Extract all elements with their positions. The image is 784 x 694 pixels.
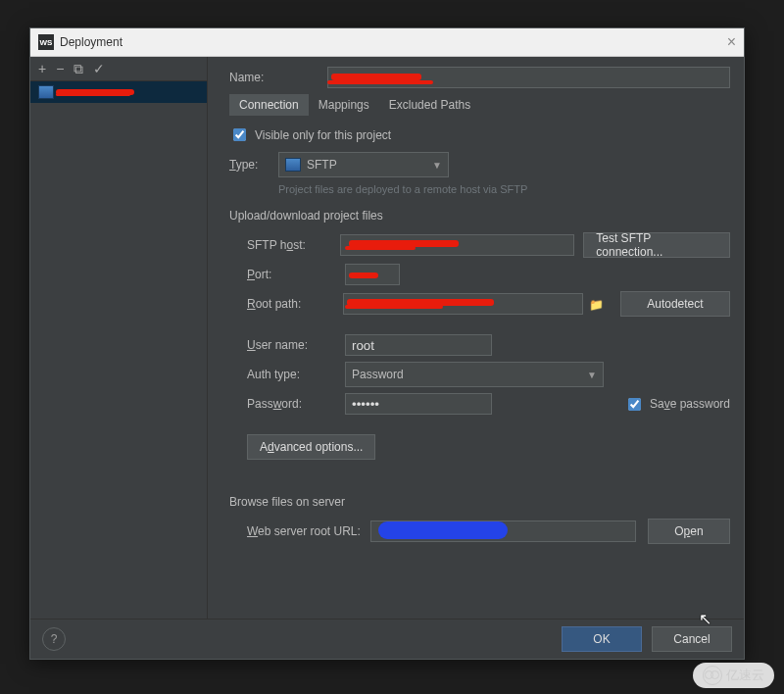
name-label: Name: bbox=[229, 71, 327, 84]
username-input[interactable] bbox=[345, 334, 492, 356]
titlebar: WS Deployment × bbox=[30, 28, 744, 57]
visible-only-label: Visible only for this project bbox=[255, 128, 391, 142]
type-hint: Project files are deployed to a remote h… bbox=[278, 183, 730, 195]
open-button[interactable]: Open bbox=[648, 519, 730, 544]
auth-type-label: Auth type: bbox=[247, 368, 345, 381]
help-button[interactable]: ? bbox=[42, 627, 66, 651]
sftp-icon bbox=[285, 158, 301, 172]
app-icon: WS bbox=[38, 34, 54, 50]
add-icon[interactable]: + bbox=[38, 61, 46, 76]
sftp-host-input[interactable] bbox=[340, 234, 574, 256]
copy-icon[interactable]: ⧉ bbox=[74, 61, 83, 77]
group-browse: Browse files on server bbox=[229, 495, 730, 509]
save-password-checkbox[interactable]: Save password bbox=[624, 395, 730, 414]
remove-icon[interactable]: − bbox=[56, 61, 64, 76]
tab-excluded[interactable]: Excluded Paths bbox=[379, 94, 480, 116]
type-select[interactable]: SFTP ▼ bbox=[278, 152, 449, 177]
sidebar-toolbar: + − ⧉ ✓ bbox=[30, 57, 207, 81]
folder-icon[interactable]: 📁 bbox=[589, 298, 603, 310]
visible-only-checkbox[interactable]: Visible only for this project bbox=[229, 125, 730, 144]
watermark-icon bbox=[703, 666, 722, 685]
auth-type-select[interactable]: Password ▼ bbox=[345, 362, 604, 387]
server-icon bbox=[38, 85, 54, 99]
dialog-footer: ? OK Cancel bbox=[30, 619, 744, 659]
web-url-label: Web server root URL: bbox=[247, 524, 370, 538]
username-label: User name: bbox=[247, 338, 345, 352]
watermark: 亿速云 bbox=[693, 663, 774, 688]
auth-type-value: Password bbox=[352, 368, 404, 381]
sftp-host-label: SFTP host: bbox=[247, 238, 340, 252]
port-input[interactable] bbox=[345, 264, 400, 285]
root-path-input[interactable] bbox=[343, 293, 583, 315]
visible-only-input[interactable] bbox=[233, 128, 246, 141]
autodetect-button[interactable]: Autodetect bbox=[620, 291, 730, 317]
type-label: Type: bbox=[229, 158, 278, 172]
dialog-title: Deployment bbox=[60, 35, 122, 49]
web-url-input[interactable] bbox=[370, 520, 636, 542]
save-password-label: Save password bbox=[650, 397, 730, 411]
root-path-label: Root path: bbox=[247, 297, 343, 311]
name-input[interactable] bbox=[327, 67, 730, 88]
type-value: SFTP bbox=[307, 158, 337, 172]
group-upload: Upload/download project files bbox=[229, 209, 730, 223]
tab-connection[interactable]: Connection bbox=[229, 94, 309, 116]
ok-button[interactable]: OK bbox=[562, 626, 642, 652]
port-label: Port: bbox=[247, 268, 345, 281]
main-panel: Name: Connection Mappings Excluded Paths… bbox=[208, 57, 744, 619]
sidebar: + − ⧉ ✓ [redacted] bbox=[30, 57, 208, 619]
server-list-item[interactable]: [redacted] bbox=[30, 81, 207, 103]
password-input[interactable] bbox=[345, 393, 492, 415]
save-password-input[interactable] bbox=[628, 398, 641, 411]
cancel-button[interactable]: Cancel bbox=[652, 626, 732, 652]
check-icon[interactable]: ✓ bbox=[93, 61, 105, 76]
password-label: Password: bbox=[247, 397, 345, 411]
watermark-text: 亿速云 bbox=[726, 667, 764, 684]
chevron-down-icon: ▼ bbox=[587, 370, 597, 380]
deployment-dialog: WS Deployment × + − ⧉ ✓ [redacted] Name: bbox=[29, 27, 745, 660]
close-icon[interactable]: × bbox=[727, 33, 736, 51]
chevron-down-icon: ▼ bbox=[432, 160, 442, 171]
advanced-options-button[interactable]: Advanced options... bbox=[247, 434, 375, 460]
tabs: Connection Mappings Excluded Paths bbox=[229, 94, 730, 116]
test-connection-button[interactable]: Test SFTP connection... bbox=[583, 232, 730, 258]
tab-mappings[interactable]: Mappings bbox=[309, 94, 379, 116]
